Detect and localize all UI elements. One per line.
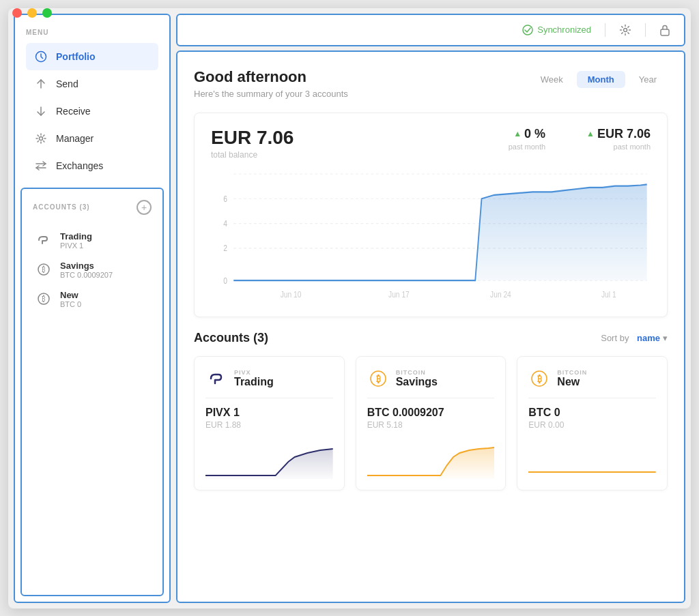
svg-text:₿: ₿ bbox=[375, 374, 380, 384]
new-title-area: BITCOIN New bbox=[557, 369, 587, 388]
period-tab-month[interactable]: Month bbox=[577, 71, 625, 88]
svg-point-9 bbox=[624, 28, 627, 31]
trading-card-title: Trading bbox=[234, 376, 274, 388]
sidebar-account-trading[interactable]: Trading PIVX 1 bbox=[33, 226, 152, 255]
stat-eur-label: past month bbox=[614, 143, 651, 151]
receive-icon bbox=[34, 104, 48, 118]
stat-eur-value: ▲ EUR 7.06 bbox=[586, 127, 651, 141]
total-balance-area: EUR 7.06 total balance bbox=[211, 127, 294, 160]
savings-mini-chart bbox=[367, 438, 495, 479]
period-tabs: Week Month Year bbox=[530, 71, 668, 88]
sidebar-exchanges-label: Exchanges bbox=[56, 160, 103, 171]
manager-icon bbox=[34, 132, 48, 145]
new-card-header: ₿ BITCOIN New bbox=[528, 368, 656, 398]
account-card-savings[interactable]: ₿ BITCOIN Savings BTC 0.0009207 EUR 5.18 bbox=[356, 356, 507, 490]
greeting-area: Good afternoon Here's the summary of you… bbox=[194, 68, 348, 99]
svg-text:₿: ₿ bbox=[42, 265, 46, 274]
account-card-trading[interactable]: PIVX Trading PIVX 1 EUR 1.88 bbox=[194, 356, 345, 490]
arrow-up-eur-icon: ▲ bbox=[586, 129, 595, 138]
svg-rect-10 bbox=[661, 29, 669, 35]
new-mini-chart bbox=[528, 438, 656, 479]
period-tab-week[interactable]: Week bbox=[530, 71, 574, 88]
savings-card-eur: EUR 5.18 bbox=[367, 420, 495, 430]
sidebar-menu: MENU Portfolio Send bbox=[15, 15, 169, 188]
sidebar-manager-label: Manager bbox=[56, 133, 94, 144]
account-card-new[interactable]: ₿ BITCOIN New BTC 0 EUR 0.00 bbox=[517, 356, 668, 490]
svg-text:6: 6 bbox=[223, 194, 227, 203]
new-balance: BTC 0 bbox=[60, 300, 81, 308]
settings-button[interactable] bbox=[619, 24, 631, 36]
sidebar-item-exchanges[interactable]: Exchanges bbox=[26, 152, 158, 179]
savings-crypto-label: BITCOIN bbox=[396, 369, 438, 376]
sort-by-control[interactable]: Sort by name ▾ bbox=[601, 333, 668, 343]
sidebar-account-savings[interactable]: ₿ Savings BTC 0.0009207 bbox=[33, 255, 152, 284]
main-content: Synchronized Good afternoon bbox=[176, 14, 685, 603]
trading-info: Trading PIVX 1 bbox=[60, 231, 92, 250]
svg-point-3 bbox=[40, 136, 43, 140]
minimize-dot[interactable] bbox=[27, 8, 37, 18]
pivx-icon bbox=[35, 232, 52, 248]
sidebar-item-receive[interactable]: Receive bbox=[26, 98, 158, 125]
chevron-down-icon: ▾ bbox=[663, 333, 668, 343]
sidebar: MENU Portfolio Send bbox=[14, 14, 171, 603]
exchanges-icon bbox=[34, 159, 48, 173]
trading-title-area: PIVX Trading bbox=[234, 369, 274, 388]
accounts-cards: PIVX Trading PIVX 1 EUR 1.88 bbox=[194, 356, 668, 490]
new-name: New bbox=[60, 290, 81, 300]
new-card-title: New bbox=[557, 376, 587, 388]
svg-text:₿: ₿ bbox=[537, 374, 542, 384]
trading-mini-chart bbox=[205, 438, 333, 479]
svg-text:Jul 1: Jul 1 bbox=[601, 290, 616, 299]
new-card-balance: BTC 0 bbox=[528, 407, 656, 419]
dashboard-header: Good afternoon Here's the summary of you… bbox=[194, 68, 668, 99]
accounts-list-title: Accounts (3) bbox=[194, 331, 268, 345]
accounts-list-header: Accounts (3) Sort by name ▾ bbox=[194, 331, 668, 345]
divider-1 bbox=[605, 23, 605, 37]
trading-crypto-label: PIVX bbox=[234, 369, 274, 376]
svg-text:0: 0 bbox=[223, 276, 227, 284]
period-tab-year[interactable]: Year bbox=[628, 71, 668, 88]
savings-card-icon: ₿ bbox=[367, 368, 389, 390]
new-card-icon: ₿ bbox=[528, 368, 550, 390]
sidebar-account-new[interactable]: ₿ New BTC 0 bbox=[33, 284, 152, 314]
close-dot[interactable] bbox=[12, 8, 22, 18]
savings-info: Savings BTC 0.0009207 bbox=[60, 261, 113, 279]
maximize-dot[interactable] bbox=[42, 8, 52, 18]
menu-label: MENU bbox=[26, 29, 158, 36]
trading-card-header: PIVX Trading bbox=[205, 368, 333, 398]
stat-percent-label: past month bbox=[509, 143, 545, 151]
trading-card-balance: PIVX 1 bbox=[205, 407, 333, 419]
portfolio-icon bbox=[34, 50, 48, 63]
svg-point-8 bbox=[523, 25, 532, 35]
greeting-subtitle: Here's the summary of your 3 accounts bbox=[194, 89, 348, 99]
accounts-section-label: ACCOUNTS (3) bbox=[33, 203, 90, 211]
new-crypto-label: BITCOIN bbox=[557, 369, 587, 376]
sync-status: Synchronized bbox=[522, 25, 591, 35]
add-account-button[interactable]: + bbox=[137, 200, 152, 215]
trading-name: Trading bbox=[60, 231, 92, 241]
sidebar-portfolio-label: Portfolio bbox=[56, 51, 96, 62]
total-balance-label: total balance bbox=[211, 150, 294, 160]
greeting-title: Good afternoon bbox=[194, 68, 348, 86]
sort-by-label: Sort by bbox=[601, 333, 629, 343]
btc-new-icon: ₿ bbox=[35, 291, 52, 307]
savings-card-header: ₿ BITCOIN Savings bbox=[367, 368, 495, 398]
svg-text:Jun 10: Jun 10 bbox=[281, 290, 302, 299]
window-chrome bbox=[12, 8, 52, 18]
summary-card: EUR 7.06 total balance ▲ 0 % past month bbox=[194, 113, 668, 317]
send-icon bbox=[34, 77, 48, 91]
sidebar-item-send[interactable]: Send bbox=[26, 70, 158, 98]
stat-percent-area: ▲ 0 % past month bbox=[509, 127, 545, 151]
app-container: MENU Portfolio Send bbox=[8, 8, 691, 608]
accounts-header: ACCOUNTS (3) + bbox=[33, 200, 152, 215]
btc-savings-icon: ₿ bbox=[35, 261, 52, 278]
sidebar-send-label: Send bbox=[56, 78, 79, 89]
svg-text:4: 4 bbox=[223, 219, 227, 228]
trading-card-icon bbox=[205, 368, 227, 390]
dashboard: Good afternoon Here's the summary of you… bbox=[176, 50, 685, 603]
total-balance-value: EUR 7.06 bbox=[211, 127, 294, 149]
sidebar-item-portfolio[interactable]: Portfolio bbox=[26, 43, 158, 70]
trading-card-eur: EUR 1.88 bbox=[205, 420, 333, 430]
lock-button[interactable] bbox=[659, 24, 670, 36]
sidebar-item-manager[interactable]: Manager bbox=[26, 125, 158, 152]
